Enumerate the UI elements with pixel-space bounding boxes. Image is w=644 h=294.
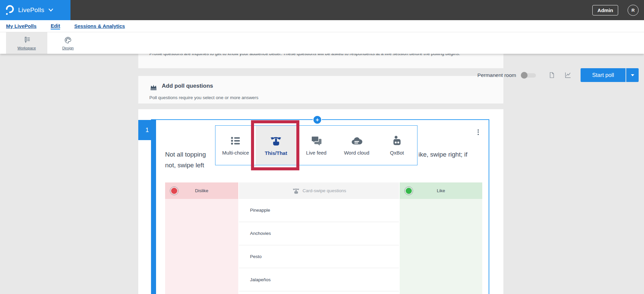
type-option-this-that[interactable]: This/That [256, 126, 296, 165]
type-option-label: Live feed [306, 150, 327, 156]
type-option-multi-choice[interactable]: Multi-choice [215, 126, 256, 165]
workspace-icon [22, 36, 31, 44]
user-avatar[interactable]: R [628, 5, 639, 16]
dislike-header[interactable]: Dislike [165, 182, 238, 199]
like-header[interactable]: Like [400, 182, 482, 199]
add-poll-questions-subtitle: Poll questions require you select one or… [149, 95, 258, 100]
nav-sessions-analytics[interactable]: Sessions & Analytics [74, 23, 125, 29]
dislike-radio[interactable] [170, 186, 179, 195]
add-question-button[interactable]: + [313, 115, 322, 124]
question-menu-button[interactable] [475, 128, 481, 136]
swipe-hand-icon [269, 135, 283, 147]
tab-design[interactable]: Design [47, 32, 89, 54]
add-poll-questions-section: Add poll questions Poll questions requir… [138, 76, 503, 103]
type-option-qxbot[interactable]: QxBot [377, 126, 417, 165]
card-swipe-placeholder: Card-swipe questions [303, 188, 346, 193]
tab-workspace-label: Workspace [17, 46, 36, 50]
chevron-down-icon [48, 8, 53, 12]
crown-icon [149, 83, 158, 91]
card-swipe-title-field[interactable]: Card-swipe questions [239, 182, 399, 199]
type-option-label: Word cloud [344, 150, 369, 156]
card-row[interactable]: Pesto [239, 245, 399, 268]
livepolls-logo-menu[interactable]: LivePolls [0, 0, 70, 20]
toolbar: Workspace Design Permanent room Start po… [0, 32, 644, 54]
question-text-line2[interactable]: not, swipe left [165, 162, 204, 169]
question-type-popup: Multi-choice This/That Live feed Word cl… [215, 125, 417, 165]
robot-icon [391, 135, 403, 146]
card-row[interactable]: Anchovies [239, 222, 399, 245]
question-text-left[interactable]: Not all topping [165, 151, 206, 158]
nav-my-livepolls[interactable]: My LivePolls [6, 23, 37, 29]
type-option-label: This/That [265, 150, 287, 156]
admin-button[interactable]: Admin [592, 5, 618, 15]
tab-design-label: Design [62, 46, 73, 50]
nav-edit[interactable]: Edit [51, 23, 60, 30]
list-icon [229, 135, 242, 146]
add-poll-questions-title: Add poll questions [162, 83, 213, 89]
type-option-label: QxBot [390, 150, 404, 156]
card-row-partial [239, 291, 399, 294]
question-text-right[interactable]: ike, swipe right; if [418, 151, 467, 158]
card-row[interactable]: Jalapeños [239, 268, 399, 291]
like-radio[interactable] [404, 186, 413, 195]
main-nav: My LivePolls Edit Sessions & Analytics [0, 20, 644, 32]
card-swipe-rows: Pineapple Anchovies Pesto Jalapeños [239, 199, 399, 294]
card-row[interactable]: Pineapple [239, 199, 399, 222]
app-header: LivePolls Admin R [0, 0, 644, 20]
swipe-hand-icon-small [292, 187, 300, 195]
type-option-word-cloud[interactable]: Word cloud [337, 126, 377, 165]
questionpro-logo-icon [5, 5, 14, 15]
question-number-badge: 1 [138, 120, 156, 140]
type-option-live-feed[interactable]: Live feed [296, 126, 336, 165]
like-column [400, 199, 482, 294]
permanent-room-toggle[interactable] [521, 72, 536, 79]
start-poll-button[interactable]: Start poll [581, 68, 626, 82]
type-option-label: Multi-choice [222, 150, 249, 156]
palette-icon [63, 36, 72, 44]
dislike-column [165, 199, 238, 294]
profile-questions-section: Profile questions are inquiries to get t… [138, 54, 503, 68]
permanent-room-label: Permanent room [478, 72, 516, 78]
report-file-icon[interactable] [548, 71, 555, 79]
cloud-icon [350, 135, 363, 146]
app-title: LivePolls [18, 6, 44, 14]
chat-bubbles-icon [310, 135, 323, 146]
start-poll-dropdown[interactable] [626, 68, 639, 82]
chevron-down-icon [631, 74, 635, 77]
analytics-chart-icon[interactable] [564, 71, 572, 79]
tab-workspace[interactable]: Workspace [6, 32, 47, 54]
